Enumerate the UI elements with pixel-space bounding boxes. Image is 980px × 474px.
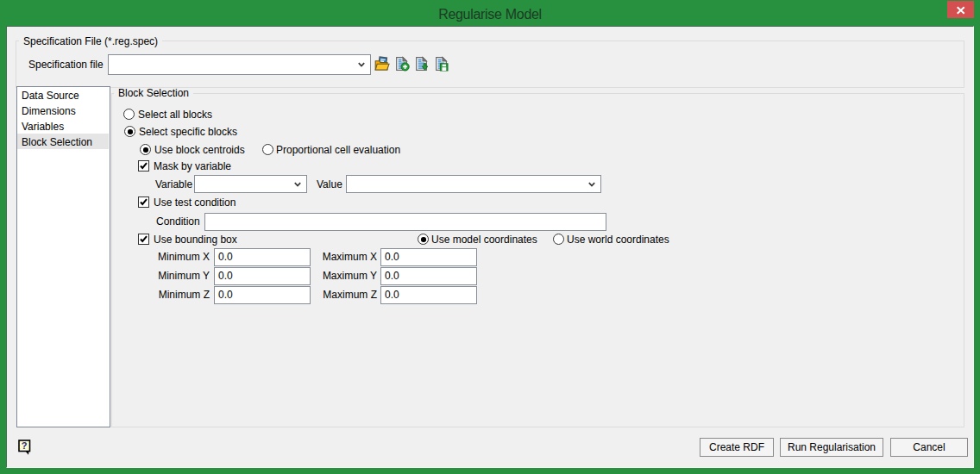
svg-text:?: ? — [22, 440, 28, 451]
